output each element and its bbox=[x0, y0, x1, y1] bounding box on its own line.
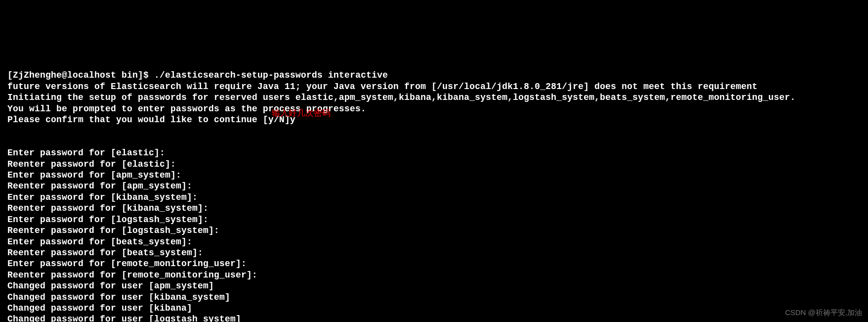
output-line: Enter password for [kibana_system]: bbox=[7, 192, 861, 203]
output-line: Reenter password for [beats_system]: bbox=[7, 247, 861, 258]
terminal-window[interactable]: [ZjZhenghe@localhost bin]$ ./elasticsear… bbox=[0, 45, 868, 322]
output-line: Reenter password for [elastic]: bbox=[7, 159, 861, 170]
command-line: [ZjZhenghe@localhost bin]$ ./elasticsear… bbox=[7, 70, 861, 81]
output-line: Reenter password for [logstash_system]: bbox=[7, 225, 861, 236]
output-line bbox=[7, 137, 861, 147]
output-line: Changed password for user [kibana] bbox=[7, 303, 861, 314]
output-line: Enter password for [beats_system]: bbox=[7, 236, 861, 247]
command-text: ./elasticsearch-setup-passwords interact… bbox=[154, 70, 388, 80]
output-line: Initiating the setup of passwords for re… bbox=[7, 92, 861, 103]
output-line: Reenter password for [apm_system]: bbox=[7, 181, 861, 191]
output-line: Changed password for user [kibana_system… bbox=[7, 292, 861, 303]
output-line: Please confirm that you would like to co… bbox=[7, 114, 861, 125]
output-line: You will be prompted to enter passwords … bbox=[7, 103, 861, 114]
watermark-text: CSDN @祈祷平安,加油 bbox=[785, 307, 862, 318]
output-line: Changed password for user [apm_system] bbox=[7, 280, 861, 291]
output-line: Changed password for user [logstash_syst… bbox=[7, 314, 861, 322]
output-line: Reenter password for [kibana_system]: bbox=[7, 203, 861, 214]
output-line: Enter password for [elastic]: bbox=[7, 147, 861, 158]
shell-prompt: [ZjZhenghe@localhost bin]$ bbox=[7, 70, 154, 80]
output-line: Enter password for [remote_monitoring_us… bbox=[7, 258, 861, 269]
output-line: Enter password for [apm_system]: bbox=[7, 170, 861, 181]
output-line bbox=[7, 125, 861, 136]
output-line: Reenter password for [remote_monitoring_… bbox=[7, 270, 861, 280]
output-line: future versions of Elasticsearch will re… bbox=[7, 81, 861, 92]
annotation-text: 输入好几次密码 bbox=[272, 108, 331, 119]
output-line: Enter password for [logstash_system]: bbox=[7, 214, 861, 225]
